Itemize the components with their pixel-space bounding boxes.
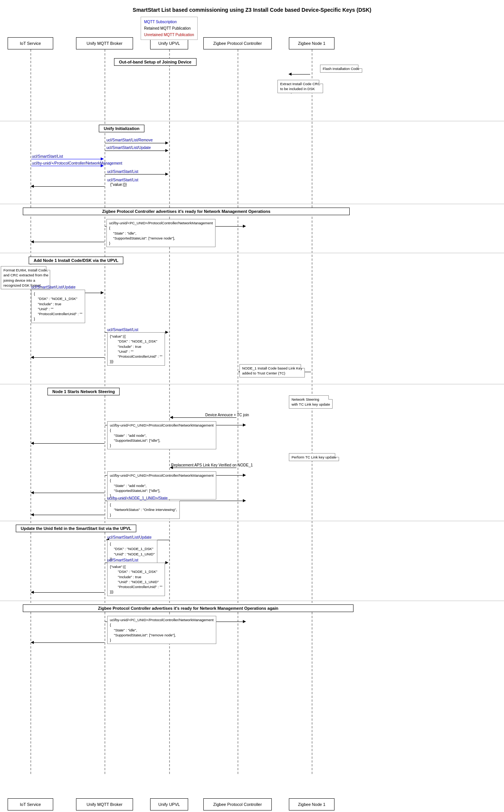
legend-unretained: Unretained MQTT Publication [144,32,194,38]
divider-5 [0,521,504,521]
participant-iot-bottom: IoT Service [8,798,53,810]
label-ssl-update: ucl/SmartStart/List/Update [31,285,76,289]
note-node1-installcode: NODE_1 Install Code based Link Key added… [239,364,305,377]
note-zpc-idle: ucl/by-unid/<PC_UNID>/ProtocolController… [106,219,216,247]
note-ssl-list2: {"value":{{ "DSK" : "NODE_1_DSK" "Includ… [107,563,165,596]
label-smartstart-remove: ucl/SmartStart/List/Remove [106,138,153,142]
lifeline-zn1 [312,49,312,774]
section-unify-init: Unify Initialization [99,125,144,132]
note-flash-code: Flash Installation Code [320,65,362,73]
label-broker-upvl-list: ucl/SmartStart/List [107,170,138,174]
label-value-empty: {"value:{}} [110,182,127,187]
legend-retained: Retained MQTT Publication [144,25,194,32]
label-smartstart-update1: ucl/SmartStart/List/Update [106,146,151,150]
label-iot-networkmanagement: ucl/by-unid/+/ProtocolController/Network… [32,161,122,165]
page-title: SmartStart List based commissioning usin… [0,0,504,17]
arrow-iot-nm1 [31,242,105,242]
section-update-unid: Update the Unid field in the SmartStart … [16,525,136,532]
note-zpc-add-node: ucl/by-unid/<PC_UNID>/ProtocolController… [107,421,216,449]
lifeline-upvl [169,49,170,774]
arrow-iot-add-node2 [31,493,105,493]
arrow-iot-nm-subscribe [31,166,103,166]
arrow-zpc-idle2-left [31,642,105,643]
section-add-node1: Add Node 1 Install Code/DSK via the UPVL [29,257,123,264]
arrow-smartstart-update1 [105,151,168,151]
arrow-aps-link [170,468,236,468]
label-aps-link: Replacement APS Link Key Verified on NOD… [171,463,253,467]
section-outofband: Out-of-band Setup of Joining Device [114,58,197,66]
arrow-iot-add-node [31,443,105,444]
note-node1-state: { "NetworkStatus" : "Online interviewing… [107,501,180,519]
legend-mqtt: MQTT Subscription [144,19,194,25]
section-node1-steering: Node 1 Starts Network Steering [48,388,120,395]
note-zpc-add-node2: ucl/by-unid/<PC_UNID>/ProtocolController… [107,471,216,500]
participant-broker-bottom: Unify MQTT Broker [76,798,133,810]
arrow-broker-upvl [105,174,168,174]
label-ssl-update2: ucl/SmartStart/List/Update [107,535,152,539]
participant-zn1-top: Zigbee Node 1 [289,37,334,49]
label-device-announce: Device Annouce + TC join [205,413,249,417]
arrow-ssl-value-left [31,357,105,358]
note-ssl-update-json: { "DSK" : "NODE_1_DSK" "Include" : true … [31,290,85,323]
label-node1-state: ucl/by-unid/<NODE_1_UNID>/State [107,496,168,500]
arrow-smartstart-remove [105,143,168,143]
legend-box: MQTT Subscription Retained MQTT Publicat… [141,17,198,40]
label-ssl-list2: ucl/SmartStart/List [107,558,138,562]
participant-zn1-bottom: Zigbee Node 1 [289,798,334,810]
divider-4 [0,384,504,384]
arrow-device-announce [170,417,236,418]
section-zpc-ready1: Zigbee Protocol Controller advertises it… [23,208,350,215]
arrow-iot-subscribe [31,159,103,159]
arrow-flash [289,74,310,75]
participant-upvl-bottom: Unify UPVL [150,798,188,810]
note-extract-crc: Extract Install Code CRC to be included … [277,80,323,93]
label-ssl-value1: ucl/SmartStart/List [107,328,138,332]
arrow-node1-state-left [31,515,105,515]
divider-2 [0,204,504,204]
section-zpc-ready2: Zigbee Protocol Controller advertises it… [23,604,353,612]
note-ssl-value1: {"value":{{ "DSK" : "NODE_1_DSK" "Includ… [107,332,165,366]
label-iot-smartstart: ucl/SmartStart/List [32,154,63,159]
lifeline-iot [30,49,31,774]
divider-6 [0,601,504,601]
note-zpc-idle2: ucl/by-unid/<PC_UNID>/ProtocolController… [107,616,216,644]
divider-1 [0,121,504,121]
arrow-value-empty [31,186,105,187]
participant-iot-top: IoT Service [8,37,53,49]
label-smartstart-value: ucl/SmartStart/List [107,178,138,182]
note-tc-link: Perform TC Link key update [289,453,339,461]
note-network-steering: Network Steering with TC Link key update [289,395,333,409]
participant-zpc-bottom: Zigbee Protocol Controller [203,798,272,810]
participant-broker-top: Unify MQTT Broker [76,37,133,49]
divider-3 [0,253,504,253]
participant-zpc-top: Zigbee Protocol Controller [203,37,272,49]
lifeline-broker [105,49,105,774]
lifeline-zpc [238,49,238,774]
arrow-ssl-list2-left [31,592,105,593]
